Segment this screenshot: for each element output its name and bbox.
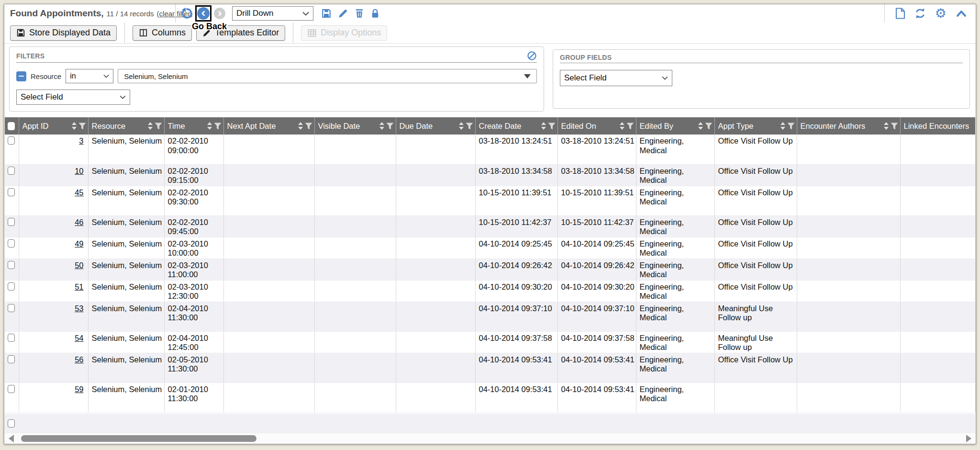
filter-funnel-icon[interactable] — [466, 123, 473, 130]
save-view-button[interactable] — [321, 8, 332, 19]
sort-icon[interactable] — [147, 122, 153, 130]
column-header-next_apt_date[interactable]: Next Apt Date — [223, 117, 314, 135]
lock-view-button[interactable] — [370, 8, 380, 19]
cell-appt-type: Office Visit Follow Up — [714, 259, 797, 280]
column-header-appt_type[interactable]: Appt Type — [714, 117, 797, 135]
filter-operator-select[interactable]: in — [66, 69, 113, 83]
cell-appt-type: Office Visit Follow Up — [714, 164, 797, 186]
chevron-down-icon — [103, 74, 109, 78]
sort-icon[interactable] — [458, 122, 464, 130]
filter-funnel-icon[interactable] — [891, 123, 898, 130]
appt-id-link[interactable]: 10 — [75, 167, 83, 175]
row-checkbox[interactable] — [8, 334, 15, 342]
remove-filter-button[interactable] — [16, 71, 26, 81]
sort-icon[interactable] — [698, 122, 703, 130]
display-options-button[interactable]: Display Options — [301, 25, 387, 41]
row-checkbox[interactable] — [8, 304, 15, 312]
row-checkbox[interactable] — [8, 167, 15, 175]
clear-filters-button[interactable] — [527, 51, 537, 61]
cell-edited-by: Engineering, Medical — [636, 353, 714, 382]
appt-id-link[interactable]: 51 — [75, 282, 83, 291]
filter-funnel-icon[interactable] — [705, 123, 713, 130]
filter-funnel-icon[interactable] — [78, 123, 86, 130]
scroll-left-arrow[interactable] — [9, 435, 14, 442]
sort-icon[interactable] — [379, 122, 385, 130]
column-header-linked_encounters[interactable]: Linked Encounters — [900, 117, 975, 135]
go-forward-button[interactable] — [214, 8, 225, 19]
delete-view-button[interactable] — [355, 8, 364, 19]
appt-id-link[interactable]: 46 — [75, 218, 83, 226]
cell-time: 02-04-2010 12:45:00 — [164, 331, 223, 353]
cell-appt-type: Office Visit Follow Up — [714, 215, 797, 237]
cell-linked-encounters — [900, 186, 975, 215]
column-header-resource[interactable]: Resource — [88, 117, 164, 135]
filter-funnel-icon[interactable] — [214, 123, 222, 130]
appt-id-link[interactable]: 53 — [75, 304, 83, 313]
column-header-create_date[interactable]: Create Date — [475, 117, 557, 135]
table-row: 49Selenium, Selenium02-03-2010 10:00:000… — [5, 237, 975, 259]
row-checkbox[interactable] — [8, 282, 15, 291]
new-document-button[interactable] — [895, 8, 905, 19]
select-all-checkbox[interactable] — [8, 122, 15, 130]
column-header-appt_id[interactable]: Appt ID — [19, 117, 88, 135]
filter-funnel-icon[interactable] — [787, 123, 795, 130]
refresh-button[interactable] — [914, 8, 926, 19]
cell-visible-date — [314, 164, 396, 186]
cell-edited-by: Engineering, Medical — [636, 302, 714, 331]
sort-icon[interactable] — [883, 122, 889, 130]
cell-encounter-authors — [797, 302, 900, 331]
sort-icon[interactable] — [619, 122, 625, 130]
sort-icon[interactable] — [541, 122, 546, 130]
scroll-right-arrow[interactable] — [966, 435, 971, 442]
row-checkbox[interactable] — [8, 239, 15, 248]
undo-button[interactable] — [180, 7, 193, 20]
appt-id-link[interactable]: 45 — [75, 188, 83, 197]
row-checkbox[interactable] — [8, 385, 15, 393]
go-back-button[interactable] — [197, 7, 210, 20]
appt-id-link[interactable]: 50 — [75, 261, 83, 270]
column-header-edited_on[interactable]: Edited On — [557, 117, 636, 135]
filter-funnel-icon[interactable] — [548, 123, 556, 130]
store-displayed-data-button[interactable]: Store Displayed Data — [10, 25, 117, 41]
column-header-encounter_authors[interactable]: Encounter Authors — [797, 117, 900, 135]
sort-icon[interactable] — [780, 122, 786, 130]
row-checkbox[interactable] — [8, 188, 15, 196]
filter-funnel-icon[interactable] — [305, 123, 312, 130]
filter-value-combobox[interactable]: Selenium, Selenium — [118, 69, 537, 83]
column-header-visible_date[interactable]: Visible Date — [314, 117, 396, 135]
cell-edited-by: Engineering, Medical — [636, 280, 714, 302]
column-header-time[interactable]: Time — [164, 117, 223, 135]
appt-id-link[interactable]: 49 — [75, 239, 83, 248]
display-options-label: Display Options — [321, 28, 381, 38]
row-checkbox[interactable] — [8, 136, 15, 145]
appt-id-link[interactable]: 56 — [75, 355, 83, 364]
divider — [293, 22, 293, 43]
appt-id-link[interactable]: 54 — [75, 334, 83, 342]
filter-funnel-icon[interactable] — [155, 123, 162, 130]
sort-icon[interactable] — [207, 122, 212, 130]
collapse-button[interactable] — [956, 9, 967, 18]
filter-value-text: Selenium, Selenium — [124, 72, 188, 80]
filter-funnel-icon[interactable] — [626, 123, 634, 130]
row-checkbox[interactable] — [8, 218, 15, 226]
select-all-header[interactable] — [5, 117, 19, 135]
row-checkbox[interactable] — [8, 261, 15, 269]
sort-icon[interactable] — [298, 122, 303, 130]
add-filter-field-select[interactable]: Select Field — [16, 90, 130, 105]
scrollbar-thumb[interactable] — [21, 435, 256, 442]
appt-id-link[interactable]: 59 — [75, 385, 83, 394]
sort-icon[interactable] — [71, 122, 77, 130]
row-checkbox[interactable] — [8, 355, 15, 363]
columns-button[interactable]: Columns — [133, 25, 192, 41]
drill-down-select[interactable]: Drill Down — [232, 6, 313, 21]
column-header-due_date[interactable]: Due Date — [396, 117, 475, 135]
cell-due-date — [396, 237, 475, 259]
filter-funnel-icon[interactable] — [386, 123, 394, 130]
cell-select — [5, 164, 19, 186]
group-field-select[interactable]: Select Field — [560, 70, 672, 86]
appt-id-link[interactable]: 3 — [79, 136, 83, 145]
settings-button[interactable]: ⚙ — [935, 8, 947, 19]
edit-view-button[interactable] — [338, 8, 348, 19]
column-header-edited_by[interactable]: Edited By — [636, 117, 714, 135]
row-checkbox[interactable] — [8, 419, 15, 428]
